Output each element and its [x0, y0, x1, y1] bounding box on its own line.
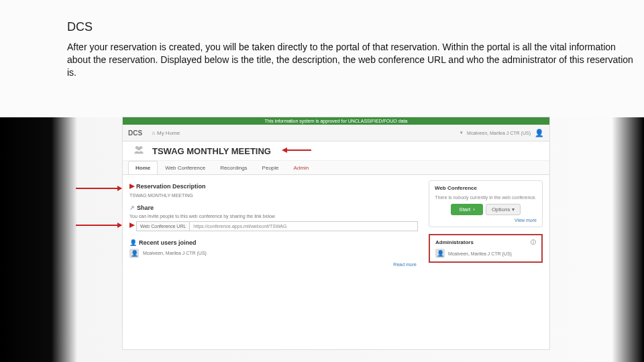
slide-heading: DCS	[67, 20, 636, 34]
url-row: Web Conference URL https://conference.ap…	[129, 221, 418, 231]
administrators-card: Administrators ⓘ 👤 Mcalveen, Marilea J C…	[429, 234, 543, 263]
admins-title: Administrators	[435, 239, 474, 245]
webconf-card-title: Web Conference	[435, 185, 537, 191]
svg-marker-5	[129, 184, 135, 189]
avatar-icon: 👤	[129, 249, 139, 258]
play-icon: ›	[473, 206, 475, 213]
read-more-link[interactable]: Read more	[129, 262, 418, 267]
tab-web-conference[interactable]: Web Conference	[158, 161, 213, 174]
tab-people[interactable]: People	[255, 161, 286, 174]
annotation-arrow-inline	[129, 223, 135, 229]
recent-users-title: 👤Recent users joined	[129, 239, 418, 246]
url-input[interactable]: https://conference.apps.mil/webconf/TSWA…	[189, 221, 418, 231]
view-more-link[interactable]: View more	[435, 218, 537, 223]
share-icon: ↗	[129, 204, 135, 211]
person-icon: 👤	[129, 239, 137, 246]
annotation-arrow	[76, 225, 121, 226]
reservation-desc-label: Reservation Description	[136, 183, 206, 190]
svg-point-2	[137, 147, 140, 150]
annotation-arrow-inline	[129, 184, 135, 190]
share-title: ↗Share	[129, 204, 418, 211]
top-navbar: DCS ⌂My Home ▾ Mcalveen, Marilea J CTR (…	[123, 125, 549, 141]
reservation-desc-title: Reservation Description	[129, 183, 418, 190]
user-icon: 👤	[535, 129, 544, 137]
nav-home-label: My Home	[157, 130, 180, 136]
share-desc: You can invite people to this web confer…	[129, 214, 418, 219]
info-icon[interactable]: ⓘ	[531, 239, 536, 246]
dcs-screenshot: This information system is approved for …	[122, 117, 550, 350]
tab-bar: Home Web Conference Recordings People Ad…	[123, 161, 549, 175]
options-button-label: Options	[492, 206, 511, 213]
admin-user-row: 👤 Mcalveen, Marilea J CTR (US)	[435, 249, 536, 258]
options-button[interactable]: Options ▾	[486, 204, 521, 215]
group-icon	[131, 144, 148, 158]
brand-logo[interactable]: DCS	[128, 129, 142, 137]
recent-user-row: 👤 Mcalveen, Marilea J CTR (US)	[129, 249, 418, 258]
current-user-name: Mcalveen, Marilea J CTR (US)	[467, 131, 531, 135]
start-button[interactable]: Start›	[451, 204, 483, 215]
side-column: Web Conference There is nobody currently…	[429, 180, 543, 267]
classification-banner: This information system is approved for …	[123, 117, 549, 125]
annotation-arrow	[76, 188, 121, 189]
nav-home-link[interactable]: ⌂My Home	[152, 130, 180, 136]
recent-users-label: Recent users joined	[139, 239, 197, 246]
url-label: Web Conference URL	[136, 221, 189, 231]
admin-user-name: Mcalveen, Marilea J CTR (US)	[448, 251, 512, 256]
avatar-icon: 👤	[435, 249, 445, 258]
tab-recordings[interactable]: Recordings	[213, 161, 254, 174]
recent-user-name: Mcalveen, Marilea J CTR (US)	[143, 251, 207, 255]
meeting-title: TSWAG MONTHLY MEETING	[152, 146, 271, 156]
reservation-desc-value: TSWAG MONTHLY MEETING	[129, 193, 418, 198]
main-column: Reservation Description TSWAG MONTHLY ME…	[129, 180, 418, 267]
webconf-empty-text: There is nobody currently in the web con…	[435, 195, 537, 200]
caret-down-icon: ▾	[460, 130, 463, 135]
svg-marker-6	[129, 223, 135, 228]
user-menu[interactable]: ▾ Mcalveen, Marilea J CTR (US) 👤	[460, 129, 544, 137]
annotation-arrow-inline	[282, 147, 311, 154]
start-button-label: Start	[459, 206, 470, 213]
meeting-title-bar: TSWAG MONTHLY MEETING	[123, 141, 549, 161]
svg-marker-4	[282, 147, 287, 153]
web-conference-card: Web Conference There is nobody currently…	[429, 180, 543, 227]
caret-down-icon: ▾	[512, 206, 515, 213]
slide-paragraph: After your reservation is created, you w…	[67, 41, 636, 79]
share-label: Share	[137, 204, 154, 211]
home-icon: ⌂	[152, 130, 155, 136]
tab-home[interactable]: Home	[128, 161, 158, 174]
tab-admin[interactable]: Admin	[286, 161, 317, 174]
